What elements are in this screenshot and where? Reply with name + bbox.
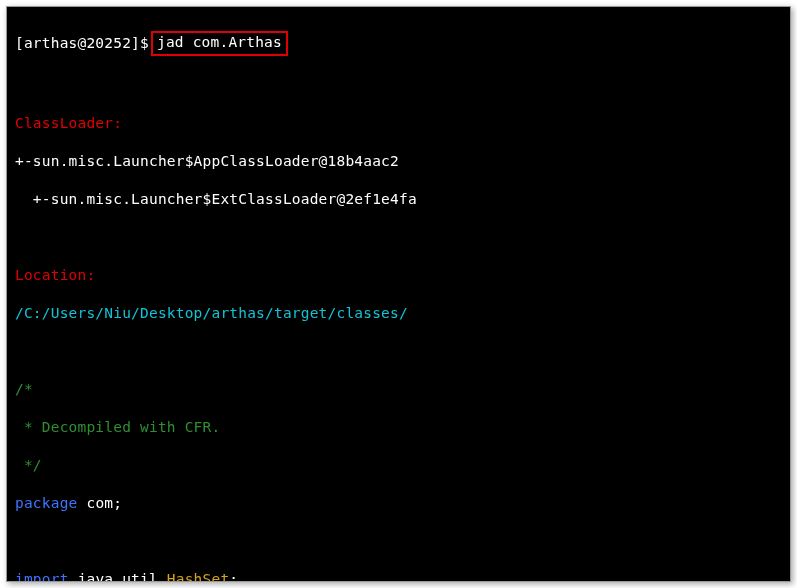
import-class: HashSet (167, 571, 230, 582)
comment-line: /* (15, 380, 782, 399)
terminal-output[interactable]: [arthas@20252]$jad com.Arthas ClassLoade… (7, 7, 790, 582)
shell-prompt: [arthas@20252]$ (15, 35, 149, 51)
command-text: jad com.Arthas (157, 34, 282, 50)
import-line: import java.util.HashSet; (15, 570, 782, 582)
terminal-window: [arthas@20252]$jad com.Arthas ClassLoade… (6, 6, 791, 582)
classloader-line-1: +-sun.misc.Launcher$AppClassLoader@18b4a… (15, 152, 782, 171)
blank-line (15, 228, 782, 247)
import-keyword: import (15, 571, 69, 582)
location-header: Location: (15, 266, 782, 285)
location-path: /C:/Users/Niu/Desktop/arthas/target/clas… (15, 304, 782, 323)
prompt-line: [arthas@20252]$jad com.Arthas (15, 32, 782, 57)
comment-line: * Decompiled with CFR. (15, 418, 782, 437)
classloader-line-2: +-sun.misc.Launcher$ExtClassLoader@2ef1e… (15, 190, 782, 209)
blank-line (15, 532, 782, 551)
command-highlight-box: jad com.Arthas (151, 31, 288, 56)
package-name: com; (78, 495, 123, 511)
package-line: package com; (15, 494, 782, 513)
import-path: java.util. (69, 571, 167, 582)
blank-line (15, 76, 782, 95)
classloader-header: ClassLoader: (15, 114, 782, 133)
import-end: ; (229, 571, 238, 582)
blank-line (15, 342, 782, 361)
package-keyword: package (15, 495, 78, 511)
comment-line: */ (15, 456, 782, 475)
